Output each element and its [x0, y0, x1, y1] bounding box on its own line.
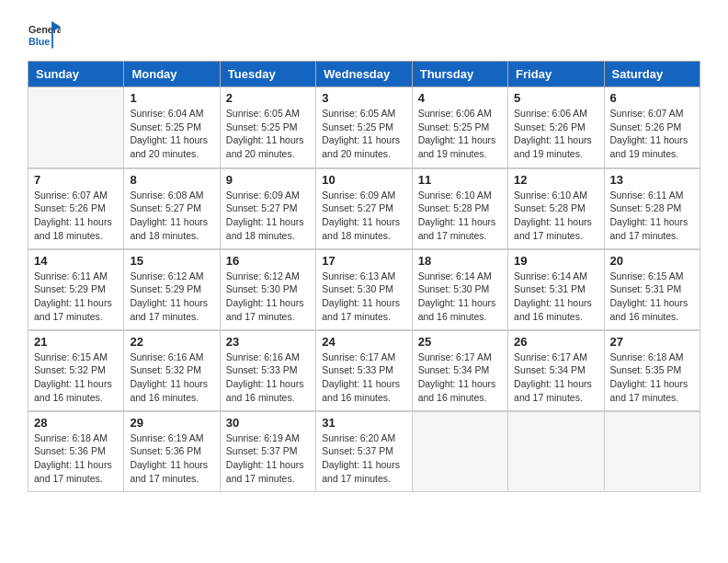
calendar-cell [604, 411, 700, 492]
calendar-header-friday: Friday [508, 62, 604, 87]
day-number: 2 [226, 91, 310, 105]
day-info: Sunrise: 6:18 AMSunset: 5:36 PMDaylight:… [34, 431, 118, 486]
day-number: 7 [34, 173, 118, 187]
day-number: 31 [322, 416, 405, 430]
calendar-cell: 27Sunrise: 6:18 AMSunset: 5:35 PMDayligh… [604, 330, 700, 411]
day-number: 26 [514, 335, 597, 349]
calendar-cell [412, 411, 507, 492]
day-info: Sunrise: 6:18 AMSunset: 5:35 PMDaylight:… [610, 350, 694, 405]
day-number: 19 [514, 254, 597, 268]
day-info: Sunrise: 6:06 AMSunset: 5:26 PMDaylight:… [514, 107, 597, 161]
week-row-3: 14Sunrise: 6:11 AMSunset: 5:29 PMDayligh… [28, 249, 700, 330]
day-number: 27 [610, 335, 694, 349]
calendar-cell: 13Sunrise: 6:11 AMSunset: 5:28 PMDayligh… [604, 168, 700, 249]
day-info: Sunrise: 6:10 AMSunset: 5:28 PMDaylight:… [418, 189, 502, 243]
day-number: 20 [610, 254, 694, 268]
day-info: Sunrise: 6:06 AMSunset: 5:25 PMDaylight:… [418, 107, 502, 161]
day-info: Sunrise: 6:11 AMSunset: 5:28 PMDaylight:… [610, 189, 694, 243]
calendar-cell: 21Sunrise: 6:15 AMSunset: 5:32 PMDayligh… [28, 330, 124, 411]
day-number: 11 [418, 173, 502, 187]
day-number: 15 [130, 254, 213, 268]
day-number: 9 [226, 173, 310, 187]
day-number: 18 [418, 254, 502, 268]
calendar-cell: 2Sunrise: 6:05 AMSunset: 5:25 PMDaylight… [220, 87, 315, 168]
calendar-cell: 31Sunrise: 6:20 AMSunset: 5:37 PMDayligh… [316, 411, 412, 492]
calendar-cell [28, 87, 124, 168]
day-info: Sunrise: 6:11 AMSunset: 5:29 PMDaylight:… [34, 270, 118, 324]
day-info: Sunrise: 6:14 AMSunset: 5:31 PMDaylight:… [514, 270, 597, 324]
day-info: Sunrise: 6:05 AMSunset: 5:25 PMDaylight:… [226, 107, 310, 161]
day-info: Sunrise: 6:05 AMSunset: 5:25 PMDaylight:… [322, 107, 405, 161]
calendar-body: 1Sunrise: 6:04 AMSunset: 5:25 PMDaylight… [28, 87, 700, 492]
calendar-cell: 8Sunrise: 6:08 AMSunset: 5:27 PMDaylight… [124, 168, 220, 249]
day-info: Sunrise: 6:13 AMSunset: 5:30 PMDaylight:… [322, 270, 405, 324]
calendar-cell: 15Sunrise: 6:12 AMSunset: 5:29 PMDayligh… [124, 249, 220, 330]
day-number: 1 [130, 91, 213, 105]
week-row-1: 1Sunrise: 6:04 AMSunset: 5:25 PMDaylight… [28, 87, 700, 168]
page-header: GeneralBlue [28, 18, 700, 52]
day-number: 21 [34, 335, 118, 349]
calendar-cell: 20Sunrise: 6:15 AMSunset: 5:31 PMDayligh… [604, 249, 700, 330]
calendar-cell: 28Sunrise: 6:18 AMSunset: 5:36 PMDayligh… [28, 411, 124, 492]
day-info: Sunrise: 6:15 AMSunset: 5:32 PMDaylight:… [34, 350, 118, 405]
day-number: 12 [514, 173, 597, 187]
calendar-header-sunday: Sunday [28, 62, 124, 87]
calendar-cell: 18Sunrise: 6:14 AMSunset: 5:30 PMDayligh… [412, 249, 507, 330]
day-number: 30 [226, 416, 310, 430]
day-info: Sunrise: 6:20 AMSunset: 5:37 PMDaylight:… [322, 431, 405, 486]
day-number: 14 [34, 254, 118, 268]
day-number: 13 [610, 173, 694, 187]
calendar-cell: 16Sunrise: 6:12 AMSunset: 5:30 PMDayligh… [220, 249, 315, 330]
day-number: 25 [418, 335, 502, 349]
day-info: Sunrise: 6:09 AMSunset: 5:27 PMDaylight:… [226, 189, 310, 243]
day-number: 16 [226, 254, 310, 268]
day-number: 8 [130, 173, 213, 187]
calendar-cell: 23Sunrise: 6:16 AMSunset: 5:33 PMDayligh… [220, 330, 315, 411]
day-info: Sunrise: 6:17 AMSunset: 5:33 PMDaylight:… [322, 350, 405, 405]
calendar-cell: 29Sunrise: 6:19 AMSunset: 5:36 PMDayligh… [124, 411, 220, 492]
day-number: 29 [130, 416, 213, 430]
calendar-cell: 5Sunrise: 6:06 AMSunset: 5:26 PMDaylight… [508, 87, 604, 168]
calendar-cell: 12Sunrise: 6:10 AMSunset: 5:28 PMDayligh… [508, 168, 604, 249]
day-number: 24 [322, 335, 405, 349]
calendar-cell: 6Sunrise: 6:07 AMSunset: 5:26 PMDaylight… [604, 87, 700, 168]
day-number: 3 [322, 91, 405, 105]
day-info: Sunrise: 6:08 AMSunset: 5:27 PMDaylight:… [130, 189, 213, 243]
calendar-cell: 10Sunrise: 6:09 AMSunset: 5:27 PMDayligh… [316, 168, 412, 249]
day-number: 28 [34, 416, 118, 430]
day-info: Sunrise: 6:12 AMSunset: 5:29 PMDaylight:… [130, 270, 213, 324]
calendar-cell: 14Sunrise: 6:11 AMSunset: 5:29 PMDayligh… [28, 249, 124, 330]
calendar-cell: 19Sunrise: 6:14 AMSunset: 5:31 PMDayligh… [508, 249, 604, 330]
calendar-cell: 22Sunrise: 6:16 AMSunset: 5:32 PMDayligh… [124, 330, 220, 411]
calendar-cell: 24Sunrise: 6:17 AMSunset: 5:33 PMDayligh… [316, 330, 412, 411]
day-number: 10 [322, 173, 405, 187]
day-number: 4 [418, 91, 502, 105]
day-number: 17 [322, 254, 405, 268]
calendar-cell: 30Sunrise: 6:19 AMSunset: 5:37 PMDayligh… [220, 411, 315, 492]
calendar-header-monday: Monday [124, 62, 220, 87]
calendar-header-saturday: Saturday [604, 62, 700, 87]
calendar-cell: 17Sunrise: 6:13 AMSunset: 5:30 PMDayligh… [316, 249, 412, 330]
calendar-cell: 4Sunrise: 6:06 AMSunset: 5:25 PMDaylight… [412, 87, 507, 168]
day-info: Sunrise: 6:12 AMSunset: 5:30 PMDaylight:… [226, 270, 310, 324]
day-info: Sunrise: 6:14 AMSunset: 5:30 PMDaylight:… [418, 270, 502, 324]
day-info: Sunrise: 6:16 AMSunset: 5:33 PMDaylight:… [226, 350, 310, 405]
day-number: 22 [130, 335, 213, 349]
calendar-cell: 3Sunrise: 6:05 AMSunset: 5:25 PMDaylight… [316, 87, 412, 168]
day-info: Sunrise: 6:17 AMSunset: 5:34 PMDaylight:… [418, 350, 502, 405]
calendar-cell: 25Sunrise: 6:17 AMSunset: 5:34 PMDayligh… [412, 330, 507, 411]
week-row-5: 28Sunrise: 6:18 AMSunset: 5:36 PMDayligh… [28, 411, 700, 492]
day-number: 5 [514, 91, 597, 105]
calendar-header-tuesday: Tuesday [220, 62, 315, 87]
calendar-table: SundayMondayTuesdayWednesdayThursdayFrid… [28, 61, 700, 492]
day-number: 6 [610, 91, 694, 105]
day-info: Sunrise: 6:07 AMSunset: 5:26 PMDaylight:… [610, 107, 694, 161]
week-row-2: 7Sunrise: 6:07 AMSunset: 5:26 PMDaylight… [28, 168, 700, 249]
logo-icon: GeneralBlue [28, 18, 61, 52]
day-info: Sunrise: 6:19 AMSunset: 5:37 PMDaylight:… [226, 431, 310, 486]
week-row-4: 21Sunrise: 6:15 AMSunset: 5:32 PMDayligh… [28, 330, 700, 411]
day-info: Sunrise: 6:16 AMSunset: 5:32 PMDaylight:… [130, 350, 213, 405]
calendar-cell: 11Sunrise: 6:10 AMSunset: 5:28 PMDayligh… [412, 168, 507, 249]
day-info: Sunrise: 6:17 AMSunset: 5:34 PMDaylight:… [514, 350, 597, 405]
calendar-cell: 7Sunrise: 6:07 AMSunset: 5:26 PMDaylight… [28, 168, 124, 249]
